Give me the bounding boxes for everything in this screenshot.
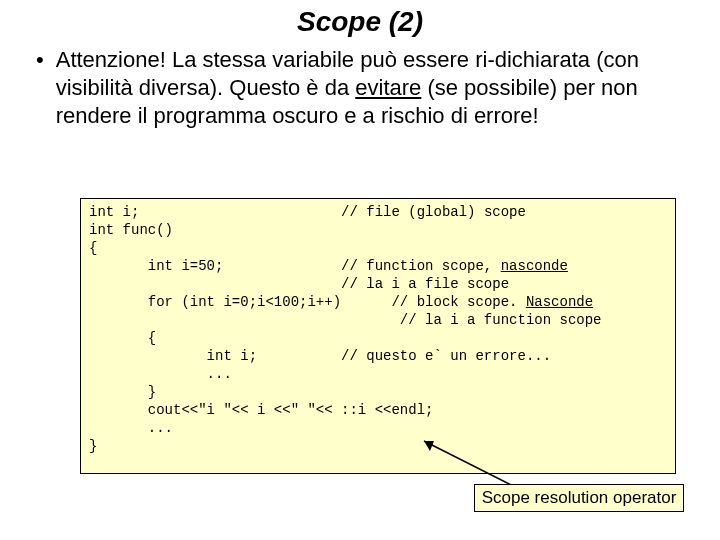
code-l6c: // block scope. <box>391 294 525 310</box>
code-l4a: int i=50; <box>89 258 223 274</box>
bullet-text: Attenzione! La stessa variabile può esse… <box>56 46 672 130</box>
code-l3a: { <box>89 240 97 256</box>
code-l12a: cout<<"i "<< i <<" "<< ::i <<endl; <box>89 402 433 418</box>
code-l13a: ... <box>89 420 173 436</box>
code-l9a: int i; <box>89 348 257 364</box>
code-block: int i; // file (global) scope int func()… <box>80 198 676 474</box>
code-l9c: // questo e` un errore... <box>341 348 551 364</box>
code-l4c: // function scope, <box>341 258 501 274</box>
callout-label: Scope resolution operator <box>474 484 684 512</box>
code-l2a: int func() <box>89 222 173 238</box>
code-l7c: // la i a function scope <box>400 312 602 328</box>
code-l1c: // file (global) scope <box>341 204 526 220</box>
code-l6u: Nasconde <box>526 294 593 310</box>
code-l8a: { <box>89 330 156 346</box>
code-l11a: } <box>89 384 156 400</box>
code-l5c: // la i a file scope <box>341 276 509 292</box>
bullet-underlined: evitare <box>355 75 421 100</box>
bullet-marker: • <box>36 46 44 74</box>
code-l10a: ... <box>89 366 232 382</box>
code-l14a: } <box>89 438 97 454</box>
code-l6a: for (int i=0;i<100;i++) <box>89 294 341 310</box>
code-l4u: nasconde <box>501 258 568 274</box>
code-l1a: int i; <box>89 204 139 220</box>
slide-title: Scope (2) <box>0 6 720 38</box>
bullet-item: • Attenzione! La stessa variabile può es… <box>0 46 720 130</box>
